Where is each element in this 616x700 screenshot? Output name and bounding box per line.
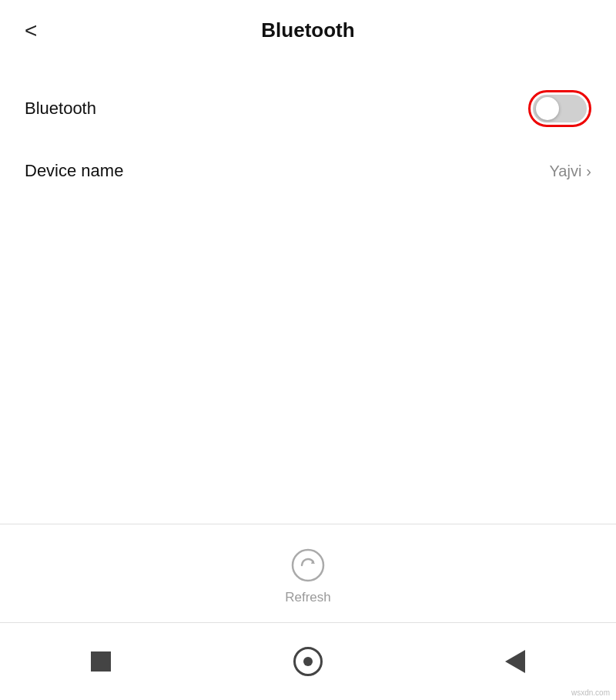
chevron-right-icon: ›	[586, 162, 591, 180]
triangle-icon	[505, 650, 525, 673]
page-title: Bluetooth	[261, 18, 354, 42]
back-button[interactable]: <	[25, 20, 37, 42]
refresh-section[interactable]: Refresh	[0, 525, 616, 627]
bluetooth-label: Bluetooth	[25, 99, 96, 119]
bluetooth-toggle[interactable]	[533, 95, 587, 122]
watermark: wsxdn.com	[571, 688, 610, 697]
header: < Bluetooth	[0, 0, 616, 61]
device-name-text: Yajvi	[549, 162, 581, 180]
toggle-knob	[536, 97, 559, 120]
recent-apps-button[interactable]	[91, 651, 111, 672]
refresh-divider-top	[0, 524, 616, 524]
circle-icon	[293, 647, 323, 676]
bottom-nav	[0, 623, 616, 700]
svg-point-0	[293, 550, 323, 581]
device-name-label: Device name	[25, 161, 123, 181]
square-icon	[91, 651, 111, 672]
refresh-icon	[290, 547, 326, 584]
settings-list: Bluetooth Device name Yajvi ›	[0, 61, 616, 210]
device-name-row[interactable]: Device name Yajvi ›	[0, 144, 616, 198]
home-button[interactable]	[293, 647, 323, 676]
bluetooth-toggle-highlight	[528, 90, 591, 127]
refresh-label: Refresh	[285, 590, 331, 605]
back-nav-button[interactable]	[505, 650, 525, 673]
device-name-value-container: Yajvi ›	[549, 162, 591, 180]
bluetooth-row: Bluetooth	[0, 73, 616, 144]
